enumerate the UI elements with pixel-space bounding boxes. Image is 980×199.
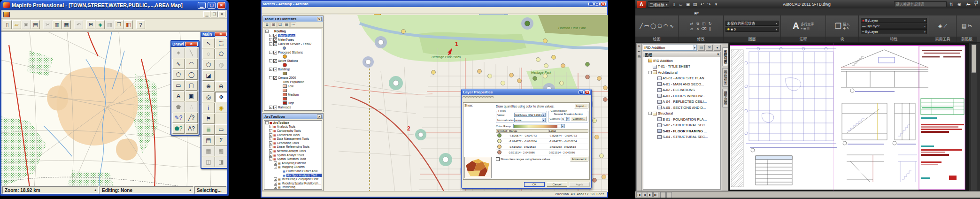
next-layout-icon[interactable]: ▶ (648, 192, 653, 197)
close-button[interactable]: ✕ (217, 2, 225, 9)
editing-status[interactable]: Editing: None▴ (100, 186, 193, 194)
last-layout-icon[interactable]: ▶| (653, 192, 658, 197)
sheet-views-tab[interactable]: 图纸视图 (722, 68, 728, 87)
marquee-select-tool[interactable]: ⬚ (215, 38, 227, 48)
maximize-button[interactable]: ▢ (208, 2, 216, 9)
toc-layer-row[interactable]: ✓Medium (264, 92, 322, 97)
toc-layer-row[interactable]: ✓ (264, 88, 322, 92)
arctoolbox-close-icon[interactable]: ✕ (317, 115, 322, 119)
toc-layer-row[interactable]: ✓ (264, 46, 322, 50)
list-by-selection-icon[interactable]: ▦ (284, 22, 290, 27)
toc-layer-row[interactable]: +✓MeterStatus (264, 33, 322, 38)
toc-layer-row[interactable]: +✓Buildings (264, 67, 322, 71)
arcmap-close-button[interactable]: ✕ (601, 2, 606, 6)
exchange-icon[interactable]: ⇅ (948, 1, 955, 8)
palette-close-icon[interactable]: ✕ (638, 45, 640, 48)
info-tool[interactable]: i (202, 103, 215, 113)
toolbox-item-row[interactable]: +▦Spatial Analyst Tools (264, 153, 322, 157)
minimize-button[interactable]: ▁ (198, 2, 206, 9)
toc-header[interactable]: Table Of Contents✕ (263, 16, 323, 22)
dialog-tab[interactable] (491, 96, 494, 98)
linetype-combo[interactable]: ┄ByLayer▾ (861, 29, 927, 34)
drawing-toolbar-close-icon[interactable]: ✕ (185, 42, 198, 46)
value-combo[interactable]: GiZScore IDW 13601▾ (514, 113, 546, 117)
sheet-row[interactable]: A-03 - DOORS WINDOW... (644, 93, 720, 99)
text-tool[interactable]: A (172, 91, 185, 101)
sheetset-combo[interactable]: IRD Addition▾ (643, 45, 697, 51)
menu-item[interactable] (51, 14, 57, 15)
new-table-icon[interactable]: ▯ (3, 20, 12, 29)
toolbox-item-row[interactable]: +▦Data Management Tools (264, 137, 322, 141)
undo-icon[interactable]: ↶ (74, 20, 83, 29)
drawing-scrollbar[interactable] (971, 43, 977, 191)
cut-icon[interactable]: ✂ (43, 20, 52, 29)
toolbox-item-row[interactable]: +▦Utilities (264, 189, 322, 190)
symbology-row[interactable]: -0.610263 - 0.521513-0.610263 - 0.521513 (496, 144, 588, 150)
boundary-select-tool[interactable]: ⬡ (202, 60, 215, 70)
import-button[interactable]: Import... (574, 104, 588, 108)
toolbox-item-row[interactable]: ▦Hot Spot Analysis (Getis-Ord Gi*) (264, 173, 322, 177)
sheetset-options-icon[interactable]: ▾ (714, 45, 721, 51)
drawing-toolbar-titlebar[interactable]: Drawi...✕ (171, 41, 199, 47)
communication-icon[interactable]: ◉ (956, 1, 963, 8)
toolbox-item-row[interactable]: ▦Cluster and Outlier Analysis (Anselin L… (264, 169, 322, 173)
new-layout-icon[interactable]: ❐ (115, 20, 123, 29)
qat-save-icon[interactable]: ▣ (685, 1, 691, 8)
region-style-button[interactable]: ⬟? (172, 123, 185, 134)
sheet-row[interactable]: T-01 - TITLE SHEET (644, 64, 720, 70)
toc-layer-row[interactable]: +✓Railroads (264, 105, 322, 109)
autocad-logo-icon[interactable]: A (637, 1, 646, 8)
new-browser-icon[interactable]: ⊞ (86, 20, 95, 29)
sheetset-publish-icon[interactable]: ▤ (698, 45, 705, 51)
qat-redo-icon[interactable]: ↷ (706, 1, 712, 8)
menu-item[interactable] (40, 14, 46, 15)
drawing-area[interactable] (729, 43, 969, 191)
select-tool[interactable]: ↖ (202, 38, 215, 48)
arcmap-minimize-button[interactable]: ▁ (588, 2, 594, 6)
toolbox-item-row[interactable]: +▦Cartography Tools (264, 129, 322, 133)
sheet-row[interactable]: S-01 - FOUNDATION PLA... (644, 116, 720, 122)
toolbox-item-row[interactable]: +▦Analysis Tools (264, 125, 322, 129)
ellipse-tool[interactable]: ◯ (185, 69, 198, 80)
layer-combo[interactable]: ✹■0▾ (725, 27, 779, 32)
arctoolbox-header[interactable]: ArcToolbox✕ (263, 114, 323, 119)
arc-tool[interactable]: ◠ (185, 59, 198, 69)
symbol-style-button[interactable]: ✎? (172, 113, 185, 123)
menu-item[interactable] (34, 14, 40, 15)
menu-item[interactable] (57, 14, 62, 15)
ruler-button[interactable]: ▭ (215, 124, 227, 135)
sheet-row[interactable]: A-01 - MAIN AND SECO... (644, 81, 720, 87)
sheet-row[interactable]: AS-01 - ARCH SITE PLAN (644, 76, 720, 82)
qat-new-icon[interactable]: ▯ (671, 1, 677, 8)
line-tool[interactable]: ╲ (185, 48, 198, 58)
first-layout-icon[interactable]: |◀ (636, 192, 641, 197)
toc-layer-row[interactable]: -✓Census 2000 (264, 76, 322, 80)
layer-state-combo[interactable]: 未保存的图层状态▾ (725, 21, 779, 26)
legend-button[interactable]: ▤ (202, 135, 215, 145)
toolbox-item-row[interactable]: +▦Analyzing Patterns (264, 161, 322, 165)
toolbox-item-row[interactable]: +▦Rendering (264, 185, 322, 190)
dialog-help-button[interactable]: ? (579, 90, 584, 94)
apply-button[interactable]: Apply (569, 182, 590, 187)
set-target-district-button[interactable]: ▦ (202, 146, 215, 156)
toc-layer-row[interactable]: -✓Proposed Stations (264, 50, 322, 54)
polygon-select-tool[interactable]: ⬠ (215, 49, 227, 59)
main-toolbar-close-icon[interactable]: ✕ (215, 32, 227, 37)
open-table-icon[interactable]: ▱ (12, 20, 21, 29)
sheet-row[interactable]: S-03 - FLOOR FRAMING ... (644, 128, 720, 134)
symbology-row[interactable]: -7.826874 - -3.694773-7.826874 - -3.6947… (496, 133, 588, 138)
sheets-section-header[interactable]: 图纸▾ (643, 52, 721, 57)
normalization-combo[interactable]: none▾ (514, 118, 546, 122)
menu-item[interactable] (12, 14, 17, 15)
menu-item[interactable] (46, 14, 51, 15)
sheet-row[interactable]: -Architectural (644, 69, 720, 76)
sheet-row[interactable]: S-02 - STRUCTURAL SEC... (644, 122, 720, 129)
palette-properties-icon[interactable]: ▤ (638, 55, 641, 59)
main-toolbar-titlebar[interactable]: Main✕ (201, 31, 227, 37)
sheetset-etransmit-icon[interactable]: ✉ (706, 45, 713, 51)
toc-layer-row[interactable]: -✓Calls for Service - Feb07 (264, 42, 322, 46)
cancel-button[interactable]: Cancel (547, 182, 567, 187)
dataframe-routing[interactable]: -✓Routing (264, 29, 322, 33)
arcmap-titlebar[interactable]: Meters - ArcMap - ArcInfo ▁ ▢ ✕ (262, 1, 607, 7)
paste-icon[interactable]: ▦ (62, 20, 71, 29)
